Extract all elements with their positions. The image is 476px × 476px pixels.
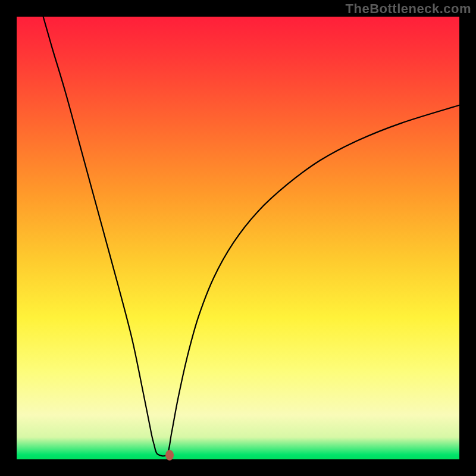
chart-frame: TheBottleneck.com [0, 0, 476, 476]
watermark-text: TheBottleneck.com [346, 1, 471, 17]
minimum-marker [165, 450, 174, 461]
plot-area [17, 17, 459, 459]
bottleneck-curve [17, 17, 459, 459]
curve-path [43, 17, 459, 456]
